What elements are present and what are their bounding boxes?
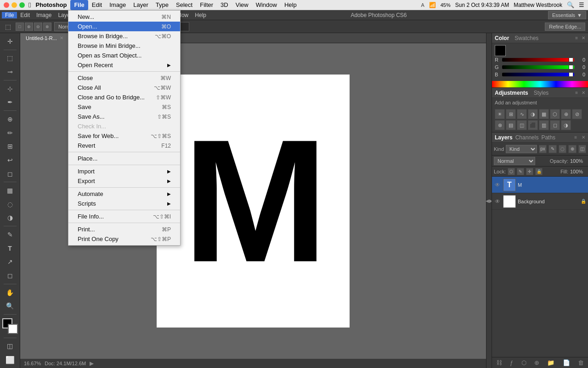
menu-item-open-recent[interactable]: Open Recent▶ [68,60,180,70]
link-layers-icon[interactable]: ⛓ [494,359,504,366]
menubar-help[interactable]: Help [281,1,300,8]
ps-menu-image[interactable]: Image [33,12,55,18]
menu-item-revert[interactable]: RevertF12 [68,141,180,150]
menu-item-save-as---[interactable]: Save As...⇧⌘S [68,112,180,121]
eyedropper-tool[interactable]: ✒ [3,96,17,109]
pen-tool[interactable]: ✎ [3,228,17,241]
menu-item-automate[interactable]: Automate▶ [68,189,180,199]
menu-item-scripts[interactable]: Scripts▶ [68,199,180,208]
menubar-file[interactable]: File [70,0,88,10]
traffic-light-red[interactable] [4,2,9,8]
app-name-menubar[interactable]: Photoshop [35,1,67,8]
channels-tab[interactable]: Channels [515,134,539,141]
color-panel-collapse-icon[interactable]: ✕ [582,35,585,40]
marquee-tool[interactable]: ⬚ [3,52,17,65]
adjustments-options-icon[interactable]: ≡ [575,90,578,95]
intersect-selection-icon[interactable]: ⊗ [43,23,51,31]
levels-icon[interactable]: ⊞ [506,109,516,119]
photo-filter-icon[interactable]: ⊘ [572,109,582,119]
layers-collapse-icon[interactable]: ✕ [582,135,585,140]
dodge-tool[interactable]: ◑ [3,212,17,224]
menubar-filter[interactable]: Filter [196,1,217,8]
menu-item-save-for-web---[interactable]: Save for Web...⌥⇧⌘S [68,131,180,141]
add-layer-style-icon[interactable]: ƒ [508,359,515,366]
menubar-select[interactable]: Select [172,1,196,8]
green-slider[interactable] [502,65,574,69]
background-color[interactable] [8,324,18,334]
menu-item-file-info---[interactable]: File Info...⌥⇧⌘I [68,212,180,221]
menubar-window[interactable]: Window [252,1,281,8]
menu-item-browse-in-mini-bridge---[interactable]: Browse in Mini Bridge... [68,41,180,51]
menu-item-place---[interactable]: Place... [68,154,180,163]
panel-collapse-handle[interactable]: ◀▶ [486,33,492,368]
filter-icon-4[interactable]: ⊕ [568,145,576,153]
blue-slider[interactable] [502,73,574,76]
menu-item-print---[interactable]: Print...⌘P [68,224,180,234]
menubar-edit[interactable]: Edit [88,1,106,8]
menu-extras-icon[interactable]: ☰ [579,1,584,8]
blur-tool[interactable]: ◌ [3,198,17,211]
filter-icon-3[interactable]: ◌ [559,145,566,153]
menubar-image[interactable]: Image [106,1,130,8]
styles-tab[interactable]: Styles [534,90,549,96]
color-panel-options-icon[interactable]: ≡ [575,35,578,40]
menubar-view[interactable]: View [232,1,252,8]
menu-item-close-and-go-to-bridge---[interactable]: Close and Go to Bridge...⇧⌘W [68,92,180,102]
subtract-selection-icon[interactable]: ⊖ [34,23,42,31]
filter-icon-2[interactable]: ✎ [548,145,556,153]
brightness-contrast-icon[interactable]: ☀ [495,109,505,119]
layer-row-background[interactable]: 👁 Background 🔒 [492,193,588,210]
layer-visibility-bg[interactable]: 👁 [494,198,501,205]
curves-icon[interactable]: ∿ [517,109,527,119]
filter-icon-5[interactable]: ◫ [578,145,586,153]
invert-icon[interactable]: ◻ [550,120,560,130]
move-tool[interactable]: ✛ [3,35,17,48]
shape-tool[interactable]: ◻ [3,269,17,282]
lock-position-icon[interactable]: ✛ [526,168,533,175]
traffic-light-yellow[interactable] [11,2,17,8]
layers-tab[interactable]: Layers [495,134,513,141]
crop-tool[interactable]: ⊹ [3,82,17,95]
healing-brush-tool[interactable]: ⊕ [3,113,17,126]
menu-item-new---[interactable]: New...⌘N [68,12,180,22]
history-brush-tool[interactable]: ↩ [3,154,17,167]
menu-item-open---[interactable]: Open...⌘O [68,22,180,31]
posterize-icon[interactable]: ▥ [539,120,549,130]
opacity-value[interactable]: 100% [570,158,586,164]
menu-item-export[interactable]: Export▶ [68,176,180,186]
search-icon[interactable]: 🔍 [567,1,574,8]
zoom-tool[interactable]: 🔍 [3,299,17,312]
layer-row-m[interactable]: 👁 T M [492,177,588,193]
eraser-tool[interactable]: ◻ [3,167,17,180]
gradient-map-icon[interactable]: ▤ [506,120,516,130]
text-tool[interactable]: T [3,242,17,255]
hue-saturation-icon[interactable]: ⬡ [550,109,560,119]
canvas-tab[interactable]: Untitled-1-R... ✕ [20,33,69,43]
blend-mode-select[interactable]: Normal [494,157,535,165]
add-selection-icon[interactable]: ⊕ [25,23,33,31]
lock-all-icon[interactable]: 🔒 [535,168,543,175]
tab-close-icon[interactable]: ✕ [60,35,63,40]
lock-image-icon[interactable]: ✎ [517,168,524,175]
fg-color-swatch[interactable] [495,45,506,56]
lock-transparent-icon[interactable]: ⬡ [508,168,515,175]
adjustments-collapse-icon[interactable]: ✕ [582,90,585,95]
screen-mode[interactable]: ⬜ [3,353,17,366]
gradient-tool[interactable]: ▦ [3,184,17,197]
adjustments-title[interactable]: Adjustments [495,90,528,96]
paths-tab[interactable]: Paths [541,134,555,141]
quick-mask-mode[interactable]: ◫ [3,340,17,353]
path-select-tool[interactable]: ↗ [3,256,17,269]
color-panel-title[interactable]: Color [495,35,509,41]
nav-arrow[interactable]: ▶ [90,360,94,367]
ps-menu-file[interactable]: File [2,12,17,18]
menu-item-close-all[interactable]: Close All⌥⌘W [68,83,180,92]
menu-item-save[interactable]: Save⌘S [68,102,180,112]
apple-logo[interactable]:  [28,1,31,9]
layer-kind-select[interactable]: Kind [506,145,537,153]
color-spectrum[interactable] [492,81,588,87]
menu-item-close[interactable]: Close⌘W [68,73,180,83]
threshold-icon[interactable]: ⬛ [528,120,538,130]
brush-tool[interactable]: ✏ [3,126,17,139]
menubar-type[interactable]: Type [152,1,172,8]
